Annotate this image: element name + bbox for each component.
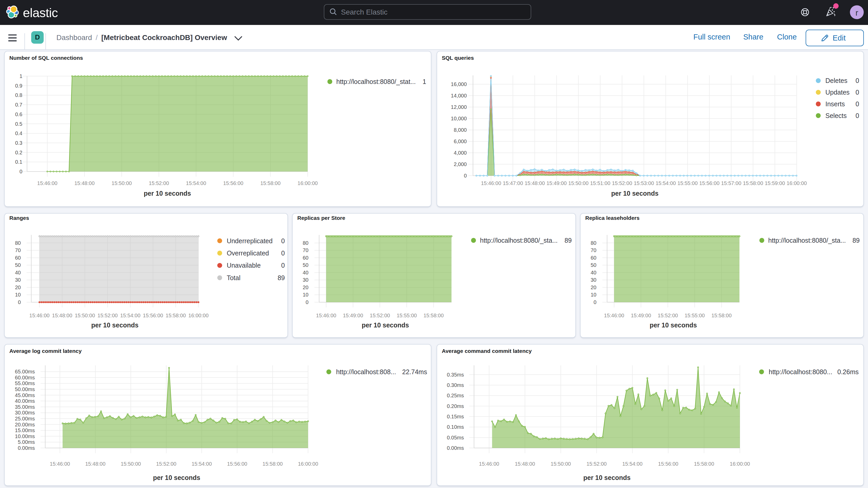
- svg-text:15:49:00: 15:49:00: [547, 180, 567, 186]
- svg-text:15:48:00: 15:48:00: [52, 313, 72, 318]
- svg-text:per 10 seconds: per 10 seconds: [153, 474, 200, 481]
- svg-text:15:48:00: 15:48:00: [515, 461, 535, 467]
- svg-text:10: 10: [591, 292, 596, 298]
- svg-text:0: 0: [281, 249, 285, 257]
- svg-text:15:52:00: 15:52:00: [149, 180, 169, 186]
- svg-text:Updates: Updates: [826, 89, 849, 96]
- svg-text:15:59:00: 15:59:00: [765, 180, 785, 186]
- svg-text:0.8: 0.8: [15, 92, 22, 98]
- svg-text:Inserts: Inserts: [826, 100, 845, 108]
- svg-text:15.00ms: 15.00ms: [15, 427, 35, 433]
- svg-text:15:51:00: 15:51:00: [590, 180, 611, 186]
- svg-text:Deletes: Deletes: [826, 77, 847, 84]
- svg-text:16:00:00: 16:00:00: [730, 461, 750, 467]
- svg-text:15:56:00: 15:56:00: [223, 180, 244, 186]
- svg-text:per 10 seconds: per 10 seconds: [583, 474, 630, 481]
- svg-text:89: 89: [852, 237, 860, 244]
- svg-text:6,000: 6,000: [454, 139, 467, 144]
- svg-text:30: 30: [303, 277, 308, 283]
- svg-text:15:49:00: 15:49:00: [631, 313, 651, 318]
- svg-text:40.00ms: 40.00ms: [15, 398, 35, 404]
- svg-text:25.00ms: 25.00ms: [15, 416, 35, 422]
- svg-text:20: 20: [303, 284, 308, 290]
- svg-text:0.26ms: 0.26ms: [837, 368, 859, 375]
- svg-text:0.1: 0.1: [15, 159, 22, 165]
- svg-text:70: 70: [303, 247, 308, 253]
- svg-text:per 10 seconds: per 10 seconds: [144, 190, 191, 197]
- svg-text:0.15ms: 0.15ms: [447, 414, 464, 419]
- svg-text:20.00ms: 20.00ms: [15, 422, 35, 427]
- svg-text:15:46:00: 15:46:00: [604, 313, 624, 318]
- svg-text:89: 89: [564, 237, 572, 244]
- svg-text:70: 70: [591, 247, 596, 253]
- svg-text:40: 40: [15, 270, 21, 275]
- svg-text:16:00:00: 16:00:00: [298, 461, 318, 467]
- svg-text:0: 0: [464, 173, 467, 179]
- svg-text:20: 20: [15, 284, 21, 290]
- svg-text:15:58:00: 15:58:00: [260, 180, 281, 186]
- svg-text:15:53:00: 15:53:00: [634, 180, 654, 186]
- svg-text:per 10 seconds: per 10 seconds: [611, 190, 658, 197]
- svg-text:0: 0: [856, 100, 859, 108]
- svg-text:15:54:00: 15:54:00: [656, 180, 676, 186]
- svg-text:15:57:00: 15:57:00: [721, 180, 741, 186]
- svg-text:0.00ms: 0.00ms: [447, 445, 464, 451]
- svg-text:50: 50: [591, 262, 596, 268]
- svg-text:0: 0: [856, 89, 859, 96]
- svg-text:15:48:00: 15:48:00: [74, 180, 95, 186]
- svg-text:15:50:00: 15:50:00: [121, 461, 141, 467]
- svg-text:1: 1: [20, 73, 22, 79]
- svg-text:60: 60: [591, 255, 596, 261]
- svg-text:22.74ms: 22.74ms: [402, 368, 427, 375]
- svg-text:15:55:00: 15:55:00: [397, 313, 417, 318]
- svg-text:0.20ms: 0.20ms: [447, 403, 464, 409]
- svg-text:45.00ms: 45.00ms: [15, 392, 35, 398]
- svg-text:0.9: 0.9: [15, 83, 22, 89]
- svg-text:0.4: 0.4: [15, 130, 22, 136]
- svg-text:0.3: 0.3: [15, 140, 22, 146]
- svg-text:0: 0: [594, 299, 596, 305]
- svg-text:0.6: 0.6: [15, 112, 22, 117]
- svg-text:10.00ms: 10.00ms: [15, 433, 35, 439]
- svg-text:15:52:00: 15:52:00: [370, 313, 390, 318]
- svg-text:15:58:00: 15:58:00: [694, 461, 714, 467]
- svg-text:30.00ms: 30.00ms: [15, 410, 35, 416]
- svg-text:15:46:00: 15:46:00: [481, 180, 501, 186]
- svg-text:15:48:00: 15:48:00: [525, 180, 545, 186]
- svg-text:0.2: 0.2: [15, 150, 22, 155]
- svg-text:15:58:00: 15:58:00: [424, 313, 444, 318]
- svg-text:15:50:00: 15:50:00: [112, 180, 132, 186]
- svg-text:15:50:00: 15:50:00: [75, 313, 95, 318]
- svg-text:15:46:00: 15:46:00: [50, 461, 70, 467]
- svg-text:15:56:00: 15:56:00: [143, 313, 163, 318]
- svg-text:12,000: 12,000: [451, 104, 467, 110]
- svg-text:50: 50: [303, 262, 308, 268]
- svg-text:15:48:00: 15:48:00: [85, 461, 105, 467]
- svg-text:15:58:00: 15:58:00: [712, 313, 732, 318]
- svg-text:70: 70: [15, 247, 21, 253]
- svg-text:30: 30: [591, 277, 596, 283]
- svg-text:0.00ms: 0.00ms: [18, 445, 35, 451]
- svg-text:16:00:00: 16:00:00: [787, 180, 807, 186]
- svg-text:60: 60: [303, 255, 308, 261]
- svg-text:r: r: [856, 8, 858, 18]
- svg-text:0: 0: [281, 237, 285, 245]
- svg-text:15:46:00: 15:46:00: [29, 313, 50, 318]
- svg-text:0: 0: [20, 169, 22, 174]
- svg-text:40: 40: [303, 270, 308, 275]
- svg-text:15:50:00: 15:50:00: [568, 180, 589, 186]
- svg-text:10,000: 10,000: [451, 116, 467, 121]
- svg-text:0: 0: [856, 77, 859, 84]
- svg-text:15:54:00: 15:54:00: [622, 461, 643, 467]
- svg-text:10: 10: [15, 292, 21, 298]
- svg-text:14,000: 14,000: [451, 93, 467, 98]
- svg-text:65.00ms: 65.00ms: [15, 369, 35, 374]
- svg-text:15:55:00: 15:55:00: [684, 313, 705, 318]
- svg-text:http://localhost:8080/_sta...: http://localhost:8080/_sta...: [480, 237, 558, 244]
- svg-text:60: 60: [15, 255, 21, 261]
- svg-text:1: 1: [423, 78, 426, 85]
- svg-text:16:00:00: 16:00:00: [188, 313, 209, 318]
- svg-text:15:46:00: 15:46:00: [37, 180, 57, 186]
- svg-text:80: 80: [591, 240, 596, 246]
- svg-text:per 10 seconds: per 10 seconds: [362, 322, 409, 329]
